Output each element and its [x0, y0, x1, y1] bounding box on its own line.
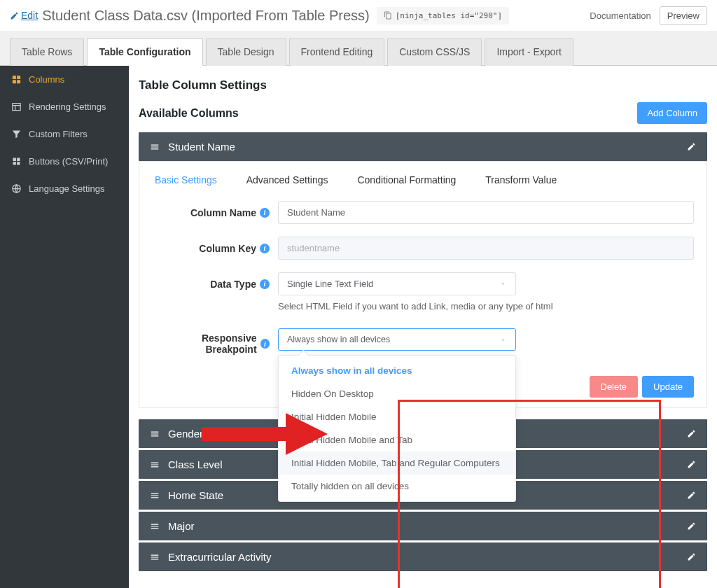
info-icon[interactable]: i — [260, 339, 270, 349]
inner-tab-transform[interactable]: Transform Value — [485, 174, 557, 186]
column-bar-major[interactable]: Major — [139, 512, 707, 540]
titlebar-right: Documentation Preview — [590, 6, 707, 25]
label-responsive-breakpoint: Responsive Breakpointi — [152, 328, 270, 355]
label-column-key: Column Keyi — [152, 243, 270, 254]
drag-handle-icon[interactable] — [150, 552, 160, 562]
info-icon[interactable]: i — [260, 279, 270, 289]
tab-custom-css-js[interactable]: Custom CSS/JS — [387, 38, 482, 66]
tab-table-configuration[interactable]: Table Configuration — [87, 38, 202, 66]
delete-button[interactable]: Delete — [590, 376, 639, 398]
dropdown-option[interactable]: Always show in all devices — [279, 359, 515, 382]
drag-handle-icon[interactable] — [150, 429, 160, 439]
sidebar-item-custom-filters[interactable]: Custom Filters — [0, 120, 129, 148]
sidebar-item-label: Columns — [29, 74, 64, 85]
svg-marker-1 — [202, 413, 328, 455]
column-bar-label: Gender — [168, 428, 203, 440]
sidebar-item-buttons-csv-print[interactable]: Buttons (CSV/Print) — [0, 148, 129, 175]
drag-handle-icon[interactable] — [150, 142, 160, 152]
column-bar-label: Student Name — [168, 141, 235, 153]
dropdown-option[interactable]: Totally hidden on all devices — [279, 475, 515, 498]
sidebar-item-label: Rendering Settings — [29, 102, 106, 112]
chevron-down-icon — [499, 280, 507, 288]
input-column-key — [278, 237, 694, 260]
select-data-type-value: Single Line Text Field — [287, 279, 373, 289]
grid-icon — [11, 156, 22, 167]
column-bar-label: Home State — [168, 489, 223, 501]
pencil-icon[interactable] — [687, 429, 696, 438]
main-panel: Table Column Settings Available Columns … — [129, 66, 717, 588]
globe-icon — [11, 183, 22, 194]
column-bar-extracurricular[interactable]: Extracurricular Activity — [139, 542, 707, 571]
inner-tabs: Basic Settings Advanced Settings Conditi… — [152, 174, 694, 186]
pencil-icon[interactable] — [687, 522, 696, 531]
inner-tab-basic[interactable]: Basic Settings — [155, 174, 217, 186]
data-type-hint: Select HTML Field if you want to add Lin… — [278, 301, 694, 312]
pencil-icon — [10, 11, 19, 20]
drag-handle-icon[interactable] — [150, 491, 160, 500]
shortcode-text: [ninja_tables id="290"] — [396, 11, 502, 20]
titlebar: Edit Student Class Data.csv (Imported Fr… — [0, 0, 717, 31]
annotation-arrow — [202, 413, 328, 469]
edit-link[interactable]: Edit — [10, 10, 38, 21]
preview-button[interactable]: Preview — [660, 6, 707, 25]
select-breakpoint-value: Always show in all devices — [287, 335, 390, 344]
pencil-icon[interactable] — [687, 142, 696, 151]
column-bar-label: Extracurricular Activity — [168, 551, 272, 563]
inner-tab-conditional[interactable]: Conditional Formatting — [357, 174, 456, 186]
sidebar-item-label: Buttons (CSV/Print) — [29, 156, 108, 167]
pencil-icon[interactable] — [687, 552, 696, 561]
input-column-name[interactable] — [278, 201, 694, 224]
label-column-name: Column Namei — [152, 207, 270, 218]
info-icon[interactable]: i — [260, 208, 270, 218]
column-settings-panel: Basic Settings Advanced Settings Conditi… — [139, 161, 707, 408]
update-button[interactable]: Update — [642, 376, 694, 398]
inner-tab-advanced[interactable]: Advanced Settings — [246, 174, 328, 186]
shortcode-button[interactable]: [ninja_tables id="290"] — [377, 7, 509, 24]
layout-icon — [11, 102, 22, 112]
chevron-up-icon — [499, 336, 507, 344]
select-responsive-breakpoint[interactable]: Always show in all devices — [278, 328, 516, 351]
pencil-icon[interactable] — [687, 491, 696, 500]
label-data-type: Data Typei — [152, 279, 270, 290]
top-tabs: Table Rows Table Configuration Table Des… — [0, 31, 717, 66]
drag-handle-icon[interactable] — [150, 522, 160, 531]
column-bar-student-name[interactable]: Student Name — [139, 132, 707, 161]
dropdown-option[interactable]: Hidden On Desktop — [279, 382, 515, 405]
sidebar-item-label: Custom Filters — [29, 129, 88, 139]
documentation-link[interactable]: Documentation — [590, 10, 650, 21]
add-column-button[interactable]: Add Column — [637, 102, 707, 124]
edit-link-label: Edit — [21, 10, 38, 21]
available-columns-label: Available Columns — [139, 107, 239, 120]
tab-import-export[interactable]: Import - Export — [485, 38, 573, 66]
select-data-type[interactable]: Single Line Text Field — [278, 272, 516, 295]
tab-table-design[interactable]: Table Design — [206, 38, 286, 66]
column-bar-label: Major — [168, 520, 195, 532]
sidebar-item-columns[interactable]: Columns — [0, 66, 129, 93]
available-columns-row: Available Columns Add Column — [139, 102, 707, 124]
page-title: Student Class Data.csv (Imported From Ta… — [42, 8, 370, 24]
tab-table-rows[interactable]: Table Rows — [10, 38, 84, 66]
sidebar-item-rendering-settings[interactable]: Rendering Settings — [0, 93, 129, 120]
section-heading: Table Column Settings — [139, 78, 707, 92]
info-icon[interactable]: i — [260, 244, 270, 253]
filter-icon — [11, 129, 22, 139]
pencil-icon[interactable] — [687, 460, 696, 469]
drag-handle-icon[interactable] — [150, 460, 160, 470]
sidebar-item-language-settings[interactable]: Language Settings — [0, 175, 129, 202]
sidebar-item-label: Language Settings — [29, 183, 104, 194]
config-sidebar: Columns Rendering Settings Custom Filter… — [0, 66, 129, 588]
columns-icon — [11, 74, 22, 85]
tab-frontend-editing[interactable]: Frontend Editing — [289, 38, 385, 66]
copy-icon — [384, 11, 392, 20]
